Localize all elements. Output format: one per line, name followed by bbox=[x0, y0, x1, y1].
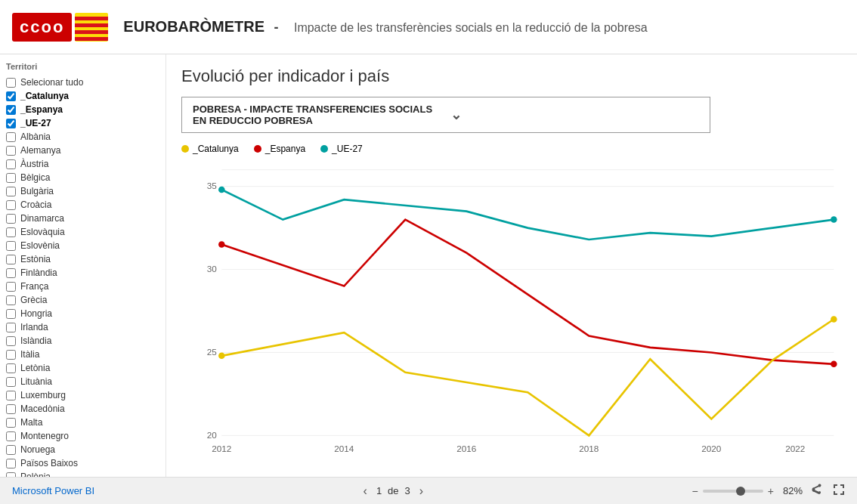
checkbox-austria[interactable] bbox=[6, 159, 16, 169]
legend-dot-catalunya bbox=[181, 145, 189, 153]
label-italia: Itàlia bbox=[20, 349, 39, 360]
zoom-plus-icon[interactable]: + bbox=[768, 485, 774, 497]
checkbox-estonia[interactable] bbox=[6, 255, 16, 264]
svg-rect-1 bbox=[75, 17, 108, 20]
sidebar-item-irlanda[interactable]: Irlanda bbox=[6, 320, 159, 334]
svg-text:2020: 2020 bbox=[701, 444, 722, 453]
line-ue27 bbox=[221, 190, 834, 240]
header-subtitle: Impacte de les transferències socials en… bbox=[294, 21, 648, 34]
powerbi-link[interactable]: Microsoft Power BI bbox=[12, 485, 94, 496]
sidebar-item-finlandia[interactable]: Finlàndia bbox=[6, 266, 159, 280]
checkbox-noruega[interactable] bbox=[6, 445, 16, 455]
checkbox-macedonia[interactable] bbox=[6, 404, 16, 414]
sidebar-item-estonia[interactable]: Estònia bbox=[6, 252, 159, 266]
sidebar-item-eslovaquia[interactable]: Eslovàquia bbox=[6, 225, 159, 239]
logo-box: ccoo bbox=[12, 13, 108, 42]
checkbox-irlanda[interactable] bbox=[6, 323, 16, 332]
svg-text:30: 30 bbox=[207, 264, 218, 274]
checkbox-croacia[interactable] bbox=[6, 200, 16, 210]
sidebar-item-dinamarca[interactable]: Dinamarca bbox=[6, 212, 159, 225]
sidebar-item-alemanya[interactable]: Alemanya bbox=[6, 144, 159, 157]
sidebar-item-luxemburg[interactable]: Luxemburg bbox=[6, 388, 159, 402]
sidebar-section-label: Territori bbox=[6, 62, 159, 71]
legend-dot-ue27 bbox=[320, 145, 328, 153]
bottom-bar: Microsoft Power BI ‹ 1 de 3 › − + 82% bbox=[0, 477, 857, 504]
label-luxemburg: Luxemburg bbox=[20, 390, 66, 400]
zoom-slider[interactable] bbox=[703, 490, 763, 493]
page-total: 3 bbox=[405, 485, 410, 496]
checkbox-belgica[interactable] bbox=[6, 173, 16, 183]
checkbox-espanya[interactable] bbox=[6, 105, 16, 115]
checkbox-bulgaria[interactable] bbox=[6, 187, 16, 196]
label-macedonia: Macedònia bbox=[20, 404, 65, 414]
sidebar-item-lituania[interactable]: Lituània bbox=[6, 375, 159, 388]
label-finlandia: Finlàndia bbox=[20, 267, 57, 278]
sidebar-item-belgica[interactable]: Bèlgica bbox=[6, 171, 159, 184]
sidebar-item-hongria[interactable]: Hongria bbox=[6, 307, 159, 320]
label-belgica: Bèlgica bbox=[20, 172, 50, 183]
sidebar-item-malta[interactable]: Malta bbox=[6, 416, 159, 429]
checkbox-ue27[interactable] bbox=[6, 119, 16, 128]
sidebar-item-italia[interactable]: Itàlia bbox=[6, 348, 159, 361]
checkbox-franca[interactable] bbox=[6, 282, 16, 292]
sidebar-item-franca[interactable]: França bbox=[6, 280, 159, 293]
sidebar-item-letonia[interactable]: Letònia bbox=[6, 361, 159, 375]
checkbox-finlandia[interactable] bbox=[6, 268, 16, 278]
sidebar-item-croacia[interactable]: Croàcia bbox=[6, 198, 159, 212]
sidebar-item-bulgaria[interactable]: Bulgària bbox=[6, 184, 159, 198]
legend-item-catalunya: _Catalunya bbox=[181, 144, 239, 154]
sidebar-item-select-all[interactable]: Selecionar tudo bbox=[6, 76, 159, 89]
legend-label-ue27: _UE-27 bbox=[332, 144, 363, 154]
checkbox-select-all[interactable] bbox=[6, 78, 16, 88]
checkbox-lituania[interactable] bbox=[6, 377, 16, 387]
checkbox-catalunya[interactable] bbox=[6, 91, 16, 101]
checkbox-luxemburg[interactable] bbox=[6, 391, 16, 400]
checkbox-dinamarca[interactable] bbox=[6, 214, 16, 224]
sidebar-item-grecia[interactable]: Grècia bbox=[6, 293, 159, 307]
dot-catalunya-2012 bbox=[218, 353, 225, 360]
sidebar-item-catalunya[interactable]: _Catalunya bbox=[6, 89, 159, 103]
dot-catalunya-2022 bbox=[831, 316, 837, 323]
checkbox-malta[interactable] bbox=[6, 418, 16, 428]
zoom-area: − + 82% bbox=[692, 484, 845, 499]
checkbox-islandia[interactable] bbox=[6, 336, 16, 346]
label-ue27: _UE-27 bbox=[20, 118, 51, 128]
chart-legend: _Catalunya _Espanya _UE-27 bbox=[181, 144, 842, 154]
sidebar-item-noruega[interactable]: Noruega bbox=[6, 443, 159, 456]
checkbox-paisos-baixos[interactable] bbox=[6, 459, 16, 468]
fullscreen-button[interactable] bbox=[833, 484, 845, 499]
sidebar-item-albania[interactable]: Albània bbox=[6, 130, 159, 144]
sidebar-item-islandia[interactable]: Islàndia bbox=[6, 334, 159, 348]
label-catalunya: _Catalunya bbox=[20, 91, 69, 101]
zoom-minus-icon[interactable]: − bbox=[692, 485, 698, 497]
checkbox-hongria[interactable] bbox=[6, 309, 16, 319]
checkbox-italia[interactable] bbox=[6, 350, 16, 360]
share-button[interactable] bbox=[810, 484, 822, 498]
sidebar-item-polonia[interactable]: Polònia bbox=[6, 470, 159, 477]
label-albania: Albània bbox=[20, 131, 51, 142]
sidebar-item-espanya[interactable]: _Espanya bbox=[6, 103, 159, 116]
sidebar-item-ue27[interactable]: _UE-27 bbox=[6, 116, 159, 130]
indicator-dropdown[interactable]: POBRESA - IMPACTE TRANSFERENCIES SOCIALS… bbox=[181, 97, 710, 133]
checkbox-eslovaquia[interactable] bbox=[6, 227, 16, 237]
label-noruega: Noruega bbox=[20, 444, 55, 455]
checkbox-albania[interactable] bbox=[6, 132, 16, 142]
svg-rect-3 bbox=[75, 30, 108, 34]
page-next-button[interactable]: › bbox=[416, 484, 426, 498]
legend-label-catalunya: _Catalunya bbox=[193, 144, 239, 154]
sidebar-item-macedonia[interactable]: Macedònia bbox=[6, 402, 159, 416]
checkbox-eslovenia[interactable] bbox=[6, 241, 16, 251]
svg-text:2016: 2016 bbox=[456, 444, 476, 453]
svg-text:25: 25 bbox=[207, 347, 218, 357]
sidebar-item-montenegro[interactable]: Montenegro bbox=[6, 429, 159, 443]
checkbox-alemanya[interactable] bbox=[6, 146, 16, 156]
line-espanya bbox=[221, 220, 834, 364]
label-dinamarca: Dinamarca bbox=[20, 213, 64, 224]
checkbox-montenegro[interactable] bbox=[6, 431, 16, 441]
sidebar-item-austria[interactable]: Àustria bbox=[6, 157, 159, 171]
sidebar-item-eslovenia[interactable]: Eslovènia bbox=[6, 239, 159, 252]
page-prev-button[interactable]: ‹ bbox=[360, 484, 370, 498]
sidebar-item-paisos-baixos[interactable]: Països Baixos bbox=[6, 456, 159, 470]
checkbox-letonia[interactable] bbox=[6, 363, 16, 373]
checkbox-grecia[interactable] bbox=[6, 295, 16, 305]
